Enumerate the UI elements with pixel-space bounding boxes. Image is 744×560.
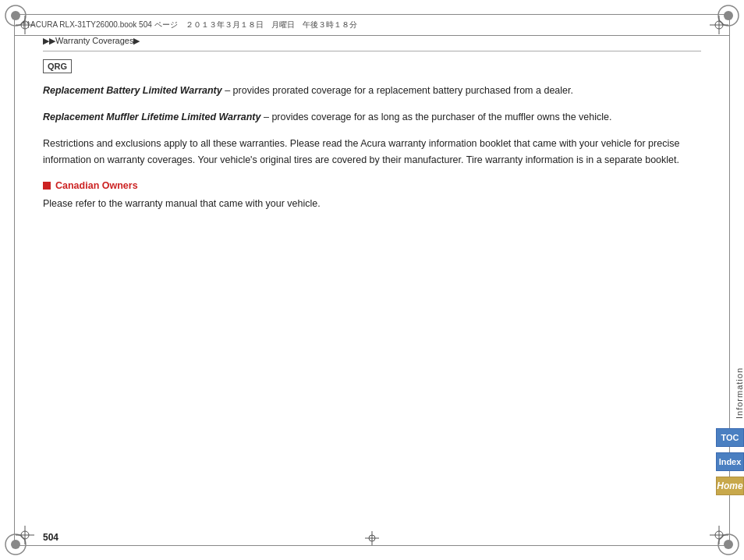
toc-button[interactable]: TOC [716, 428, 744, 447]
file-info-text: ††ACURA RLX-31TY26000.book 504 ページ ２０１３年… [22, 19, 357, 30]
warranty-dash-1: – [222, 85, 233, 96]
bottom-center-reg-mark [364, 530, 380, 546]
index-label: Index [719, 457, 742, 466]
content-area: ▶▶Warranty Coverages▶ QRG Replacement Ba… [43, 36, 701, 521]
red-square-icon [43, 182, 51, 190]
warranty-body-muffler: provides coverage for as long as the pur… [271, 112, 611, 122]
qrg-label: QRG [48, 62, 67, 71]
toc-label: TOC [721, 433, 739, 442]
warranty-block-battery: Replacement Battery Limited Warranty – p… [43, 83, 701, 98]
warranty-body-battery: provides prorated coverage for a replace… [233, 85, 573, 96]
right-sidebar: Information TOC Index Home [711, 156, 744, 498]
home-button[interactable]: Home [716, 477, 744, 495]
breadcrumb-text: ▶▶Warranty Coverages▶ [43, 36, 140, 45]
canadian-owners-body: Please refer to the warranty manual that… [43, 196, 701, 211]
warranty-dash-2: – [260, 112, 271, 122]
restrictions-text: Restrictions and exclusions apply to all… [43, 136, 701, 168]
canadian-owners-heading: Canadian Owners [43, 180, 701, 191]
warranty-title-muffler: Replacement Muffler Lifetime Limited War… [43, 112, 260, 122]
canadian-owners-title: Canadian Owners [55, 180, 138, 191]
home-label: Home [717, 480, 742, 491]
breadcrumb: ▶▶Warranty Coverages▶ [43, 36, 701, 51]
section-content: Replacement Battery Limited Warranty – p… [43, 83, 701, 211]
warranty-block-muffler: Replacement Muffler Lifetime Limited War… [43, 109, 701, 125]
page-number: 504 [43, 532, 58, 543]
reg-mark-bl [14, 524, 36, 546]
reg-mark-br [708, 524, 730, 546]
sidebar-label: Information [735, 367, 744, 419]
top-header: ††ACURA RLX-31TY26000.book 504 ページ ２０１３年… [14, 14, 730, 36]
index-button[interactable]: Index [716, 452, 744, 471]
warranty-title-battery: Replacement Battery Limited Warranty [43, 85, 222, 96]
qrg-tag: QRG [43, 59, 72, 73]
